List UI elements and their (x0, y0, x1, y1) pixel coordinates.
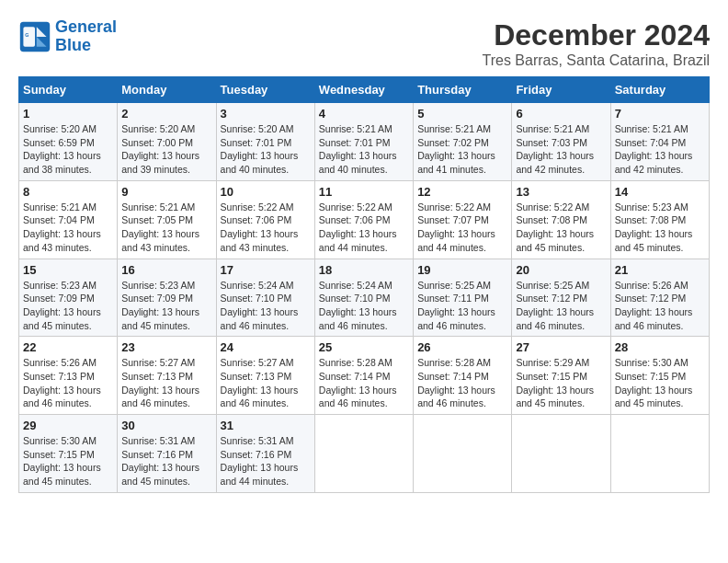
calendar-table: Sunday Monday Tuesday Wednesday Thursday… (18, 76, 710, 493)
day-number: 30 (121, 419, 211, 432)
calendar-cell: 13 Sunrise: 5:22 AM Sunset: 7:08 PM Dayl… (512, 180, 610, 259)
day-detail: Sunrise: 5:23 AM Sunset: 7:09 PM Dayligh… (121, 279, 211, 333)
day-detail: Sunrise: 5:27 AM Sunset: 7:13 PM Dayligh… (121, 356, 211, 410)
calendar-cell: 10 Sunrise: 5:22 AM Sunset: 7:06 PM Dayl… (216, 180, 314, 259)
calendar-cell (610, 415, 709, 493)
svg-text:G: G (25, 32, 28, 38)
day-number: 1 (23, 107, 113, 121)
day-detail: Sunrise: 5:21 AM Sunset: 7:03 PM Dayligh… (516, 122, 606, 177)
header-sunday: Sunday (19, 77, 118, 103)
calendar-cell: 16 Sunrise: 5:23 AM Sunset: 7:09 PM Dayl… (118, 259, 216, 337)
calendar-cell (314, 415, 413, 493)
day-detail: Sunrise: 5:27 AM Sunset: 7:13 PM Dayligh… (221, 356, 311, 410)
day-number: 18 (319, 263, 409, 277)
calendar-cell: 30 Sunrise: 5:31 AM Sunset: 7:16 PM Dayl… (118, 415, 216, 493)
calendar-cell: 19 Sunrise: 5:25 AM Sunset: 7:11 PM Dayl… (414, 259, 512, 337)
calendar-week-row: 1 Sunrise: 5:20 AM Sunset: 6:59 PM Dayli… (19, 103, 710, 181)
day-detail: Sunrise: 5:24 AM Sunset: 7:10 PM Dayligh… (221, 279, 311, 333)
day-detail: Sunrise: 5:20 AM Sunset: 7:00 PM Dayligh… (121, 122, 211, 177)
day-number: 4 (319, 107, 409, 121)
calendar-cell: 14 Sunrise: 5:23 AM Sunset: 7:08 PM Dayl… (610, 180, 709, 259)
day-detail: Sunrise: 5:20 AM Sunset: 7:01 PM Dayligh… (221, 122, 311, 177)
day-number: 12 (417, 185, 507, 199)
header-wednesday: Wednesday (314, 77, 413, 103)
calendar-cell: 8 Sunrise: 5:21 AM Sunset: 7:04 PM Dayli… (19, 180, 118, 259)
logo-text: General Blue (55, 18, 117, 55)
day-number: 17 (221, 263, 311, 277)
day-detail: Sunrise: 5:30 AM Sunset: 7:15 PM Dayligh… (615, 356, 705, 410)
day-detail: Sunrise: 5:20 AM Sunset: 6:59 PM Dayligh… (23, 122, 113, 177)
calendar-cell: 1 Sunrise: 5:20 AM Sunset: 6:59 PM Dayli… (19, 103, 118, 181)
day-number: 27 (516, 340, 606, 354)
day-detail: Sunrise: 5:21 AM Sunset: 7:04 PM Dayligh… (615, 122, 705, 177)
day-number: 25 (319, 340, 409, 354)
calendar-week-row: 29 Sunrise: 5:30 AM Sunset: 7:15 PM Dayl… (19, 415, 710, 493)
calendar-week-row: 15 Sunrise: 5:23 AM Sunset: 7:09 PM Dayl… (19, 259, 710, 337)
day-number: 10 (221, 185, 311, 199)
calendar-cell: 25 Sunrise: 5:28 AM Sunset: 7:14 PM Dayl… (314, 337, 413, 415)
calendar-cell: 17 Sunrise: 5:24 AM Sunset: 7:10 PM Dayl… (216, 259, 314, 337)
day-detail: Sunrise: 5:31 AM Sunset: 7:16 PM Dayligh… (121, 434, 211, 488)
day-number: 24 (221, 340, 311, 354)
calendar-cell (414, 415, 512, 493)
day-number: 22 (23, 340, 113, 354)
calendar-cell: 9 Sunrise: 5:21 AM Sunset: 7:05 PM Dayli… (118, 180, 216, 259)
day-number: 2 (121, 107, 211, 121)
day-number: 11 (319, 185, 409, 199)
calendar-cell: 15 Sunrise: 5:23 AM Sunset: 7:09 PM Dayl… (19, 259, 118, 337)
day-detail: Sunrise: 5:28 AM Sunset: 7:14 PM Dayligh… (319, 356, 409, 410)
calendar-body: 1 Sunrise: 5:20 AM Sunset: 6:59 PM Dayli… (19, 103, 710, 493)
day-detail: Sunrise: 5:22 AM Sunset: 7:07 PM Dayligh… (417, 201, 507, 255)
location-title: Tres Barras, Santa Catarina, Brazil (483, 52, 711, 69)
day-number: 21 (615, 263, 705, 277)
day-number: 5 (417, 107, 507, 121)
day-detail: Sunrise: 5:22 AM Sunset: 7:06 PM Dayligh… (319, 201, 409, 255)
day-number: 3 (221, 107, 311, 121)
calendar-cell (512, 415, 610, 493)
calendar-cell: 11 Sunrise: 5:22 AM Sunset: 7:06 PM Dayl… (314, 180, 413, 259)
day-detail: Sunrise: 5:28 AM Sunset: 7:14 PM Dayligh… (417, 356, 507, 410)
day-number: 26 (417, 340, 507, 354)
calendar-cell: 18 Sunrise: 5:24 AM Sunset: 7:10 PM Dayl… (314, 259, 413, 337)
calendar-cell: 2 Sunrise: 5:20 AM Sunset: 7:00 PM Dayli… (118, 103, 216, 181)
day-number: 28 (615, 340, 705, 354)
month-title: December 2024 (483, 18, 711, 52)
calendar-cell: 31 Sunrise: 5:31 AM Sunset: 7:16 PM Dayl… (216, 415, 314, 493)
day-number: 6 (516, 107, 606, 121)
calendar-cell: 24 Sunrise: 5:27 AM Sunset: 7:13 PM Dayl… (216, 337, 314, 415)
day-number: 14 (615, 185, 705, 199)
header-saturday: Saturday (610, 77, 709, 103)
calendar-cell: 23 Sunrise: 5:27 AM Sunset: 7:13 PM Dayl… (118, 337, 216, 415)
calendar-cell: 6 Sunrise: 5:21 AM Sunset: 7:03 PM Dayli… (512, 103, 610, 181)
calendar-cell: 22 Sunrise: 5:26 AM Sunset: 7:13 PM Dayl… (19, 337, 118, 415)
calendar-cell: 12 Sunrise: 5:22 AM Sunset: 7:07 PM Dayl… (414, 180, 512, 259)
calendar-cell: 26 Sunrise: 5:28 AM Sunset: 7:14 PM Dayl… (414, 337, 512, 415)
day-number: 20 (516, 263, 606, 277)
day-number: 23 (121, 340, 211, 354)
day-detail: Sunrise: 5:25 AM Sunset: 7:12 PM Dayligh… (516, 279, 606, 333)
day-detail: Sunrise: 5:31 AM Sunset: 7:16 PM Dayligh… (221, 434, 311, 488)
page-wrapper: G General Blue December 2024 Tres Barras… (18, 18, 710, 493)
day-detail: Sunrise: 5:30 AM Sunset: 7:15 PM Dayligh… (23, 434, 113, 488)
logo: G General Blue (18, 18, 117, 55)
day-detail: Sunrise: 5:26 AM Sunset: 7:12 PM Dayligh… (615, 279, 705, 333)
day-detail: Sunrise: 5:21 AM Sunset: 7:02 PM Dayligh… (417, 122, 507, 177)
day-number: 16 (121, 263, 211, 277)
calendar-cell: 3 Sunrise: 5:20 AM Sunset: 7:01 PM Dayli… (216, 103, 314, 181)
header-area: G General Blue December 2024 Tres Barras… (18, 18, 710, 69)
day-detail: Sunrise: 5:26 AM Sunset: 7:13 PM Dayligh… (23, 356, 113, 410)
weekday-header-row: Sunday Monday Tuesday Wednesday Thursday… (19, 77, 710, 103)
day-detail: Sunrise: 5:21 AM Sunset: 7:05 PM Dayligh… (121, 201, 211, 255)
day-detail: Sunrise: 5:23 AM Sunset: 7:08 PM Dayligh… (615, 201, 705, 255)
calendar-week-row: 22 Sunrise: 5:26 AM Sunset: 7:13 PM Dayl… (19, 337, 710, 415)
day-detail: Sunrise: 5:22 AM Sunset: 7:08 PM Dayligh… (516, 201, 606, 255)
day-detail: Sunrise: 5:21 AM Sunset: 7:04 PM Dayligh… (23, 201, 113, 255)
day-number: 8 (23, 185, 113, 199)
header-friday: Friday (512, 77, 610, 103)
calendar-cell: 27 Sunrise: 5:29 AM Sunset: 7:15 PM Dayl… (512, 337, 610, 415)
calendar-cell: 4 Sunrise: 5:21 AM Sunset: 7:01 PM Dayli… (314, 103, 413, 181)
calendar-cell: 28 Sunrise: 5:30 AM Sunset: 7:15 PM Dayl… (610, 337, 709, 415)
calendar-cell: 7 Sunrise: 5:21 AM Sunset: 7:04 PM Dayli… (610, 103, 709, 181)
day-number: 13 (516, 185, 606, 199)
day-number: 15 (23, 263, 113, 277)
